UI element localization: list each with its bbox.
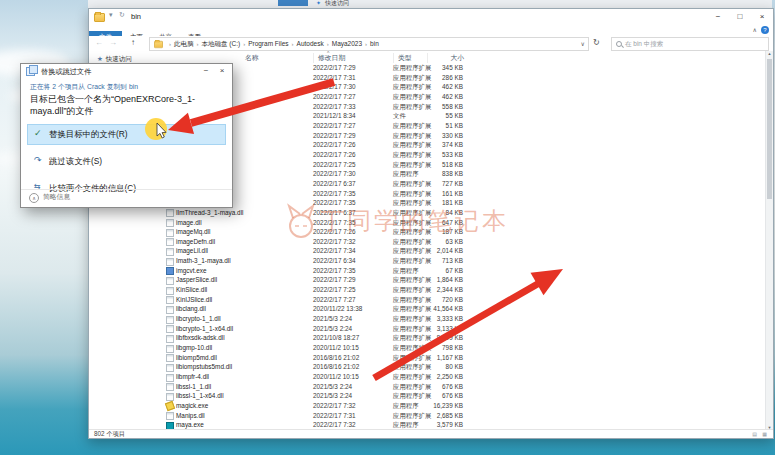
file-row[interactable]: KinIJSlice.dll2022/2/17 7:27应用程序扩展720 KB: [161, 295, 766, 305]
file-row[interactable]: libmpfr-4.dll2020/11/2 10:15应用程序扩展2,250 …: [161, 372, 766, 382]
file-row[interactable]: libclang.dll2020/11/22 13:38应用程序扩展41,564…: [161, 304, 766, 314]
file-date: 2022/2/17 7:35: [313, 199, 356, 206]
breadcrumb-item[interactable]: ›Autodesk: [289, 40, 324, 47]
file-row[interactable]: 2022/2/17 7:31应用程序扩展286 KB: [161, 73, 766, 83]
file-row[interactable]: libiompstubs5md.dll2016/8/16 21:02应用程序扩展…: [161, 362, 766, 372]
file-date: 2021/5/3 2:24: [313, 315, 352, 322]
file-name: libcrypto-1_1.dll: [176, 315, 221, 322]
column-header-name[interactable]: 名称: [245, 53, 259, 63]
file-row[interactable]: 2022/2/17 6:37应用程序扩展727 KB: [161, 179, 766, 189]
file-row[interactable]: libcrypto-1_1-x64.dll2021/5/3 2:24应用程序扩展…: [161, 324, 766, 334]
help-icon[interactable]: ?: [761, 26, 769, 34]
file-size: 330 KB: [405, 132, 463, 139]
file-row[interactable]: magick.exe2022/2/17 7:32应用程序16,239 KB: [161, 401, 766, 411]
column-header-type[interactable]: 类型: [393, 53, 412, 63]
file-row[interactable]: 2022/2/17 7:27应用程序扩展51 KB: [161, 121, 766, 131]
column-header-date[interactable]: 修改日期: [313, 53, 345, 63]
address-dropdown-icon[interactable]: ∨: [581, 40, 585, 47]
file-size: 713 KB: [405, 257, 463, 264]
file-size: 67 KB: [405, 267, 463, 274]
breadcrumb-box[interactable]: ›此电脑›本地磁盘 (C:)›Program Files›Autodesk›Ma…: [149, 37, 589, 51]
file-size: 558 KB: [405, 103, 463, 110]
breadcrumb-item[interactable]: ›Program Files: [240, 40, 288, 47]
file-name: Manips.dll: [176, 412, 205, 419]
thumbnail-view-icon[interactable]: ▦: [762, 431, 767, 437]
file-row[interactable]: Imath-3_1-maya.dll2022/2/17 6:34应用程序扩展71…: [161, 256, 766, 266]
back-button[interactable]: ←: [95, 38, 103, 47]
file-row[interactable]: libfbxsdk-adsk.dll2021/10/8 18:27应用程序扩展9…: [161, 333, 766, 343]
file-row[interactable]: 2022/2/17 7:35应用程序扩展181 KB: [161, 198, 766, 208]
file-date: 2020/11/22 13:38: [313, 305, 362, 312]
dialog-option[interactable]: ✓替换目标中的文件(R): [27, 124, 226, 145]
file-row[interactable]: 2022/2/17 7:30应用程序扩展462 KB: [161, 82, 766, 92]
dialog-minimize-button[interactable]: −: [198, 65, 214, 77]
up-button[interactable]: ↑: [131, 38, 135, 47]
file-date: 2016/8/16 21:02: [313, 354, 359, 361]
window-title: bin: [131, 12, 141, 21]
refresh-icon[interactable]: ↻: [593, 38, 600, 47]
file-row[interactable]: imageLil.dll2022/2/17 7:34应用程序扩展2,014 KB: [161, 246, 766, 256]
file-row[interactable]: 2022/2/17 7:29应用程序扩展345 KB: [161, 63, 766, 73]
details-view-icon[interactable]: ▤: [752, 431, 757, 437]
file-row[interactable]: libiomp5md.dll2016/8/16 21:02应用程序扩展1,167…: [161, 353, 766, 363]
file-date: 2021/5/3 2:24: [313, 325, 352, 332]
breadcrumb-item[interactable]: ›Maya2023: [324, 40, 362, 47]
file-date: 2022/2/17 7:31: [313, 74, 356, 81]
breadcrumb-item[interactable]: ›bin: [362, 40, 379, 47]
breadcrumb-separator: ›: [243, 41, 245, 47]
file-row[interactable]: libssl-1_1-x64.dll2021/5/3 2:24应用程序扩展676…: [161, 391, 766, 401]
file-row[interactable]: imageMq.dll2022/2/17 7:26应用程序扩展187 KB: [161, 227, 766, 237]
item-count: 802 个项目: [94, 430, 125, 439]
details-toggle[interactable]: ∧简略信息: [29, 192, 70, 203]
file-row[interactable]: 2022/2/17 7:26应用程序扩展533 KB: [161, 150, 766, 160]
file-row[interactable]: 2022/2/17 7:25应用程序扩展518 KB: [161, 160, 766, 170]
scroll-up-icon[interactable]: ▲: [766, 51, 773, 56]
file-name: libmpfr-4.dll: [176, 373, 209, 380]
quick-access-toolbar-icon[interactable]: ▾: [109, 11, 113, 19]
breadcrumb-item[interactable]: ›本地磁盘 (C:): [194, 40, 241, 47]
file-row[interactable]: libcrypto-1_1.dll2021/5/3 2:24应用程序扩展3,33…: [161, 314, 766, 324]
forward-button[interactable]: →: [109, 38, 117, 47]
file-row[interactable]: imgcvt.exe2022/2/17 7:35应用程序67 KB: [161, 266, 766, 276]
scrollbar-thumb[interactable]: [767, 59, 772, 199]
file-row[interactable]: 2022/2/17 7:26应用程序扩展374 KB: [161, 140, 766, 150]
file-row[interactable]: Manips.dll2022/2/17 7:31应用程序扩展2,685 KB: [161, 411, 766, 421]
file-type: 文件: [393, 112, 406, 121]
file-name: libcrypto-1_1-x64.dll: [176, 325, 233, 332]
file-row[interactable]: 2022/2/17 7:35应用程序扩展161 KB: [161, 189, 766, 199]
breadcrumb-separator: ›: [292, 41, 294, 47]
dialog-option[interactable]: ↷跳过该文件(S): [27, 151, 226, 172]
vertical-scrollbar[interactable]: ▲ ▼: [765, 51, 773, 430]
file-row[interactable]: image.dll2022/2/17 7:35应用程序扩展647 KB: [161, 218, 766, 228]
file-row[interactable]: imageDefn.dll2022/2/17 7:32应用程序扩展63 KB: [161, 237, 766, 247]
breadcrumb-separator: ›: [169, 41, 171, 47]
file-row[interactable]: 2022/2/17 7:27应用程序扩展462 KB: [161, 92, 766, 102]
file-row[interactable]: KinSlice.dll2022/2/17 7:25应用程序扩展2,344 KB: [161, 285, 766, 295]
quick-access-toolbar-icon[interactable]: ↻: [119, 11, 125, 19]
file-row[interactable]: libgmp-10.dll2020/11/2 10:15应用程序扩展798 KB: [161, 343, 766, 353]
ribbon-collapse-icon[interactable]: ∧: [753, 26, 757, 33]
search-input[interactable]: 在 bin 中搜索: [611, 37, 769, 51]
file-row[interactable]: JasperSlice.dll2022/2/17 7:29应用程序扩展1,864…: [161, 275, 766, 285]
column-header-size[interactable]: 大小: [427, 53, 464, 63]
file-row[interactable]: IlmThread-3_1-maya.dll2022/2/17 6:37应用程序…: [161, 208, 766, 218]
file-date: 2021/5/3 2:24: [313, 383, 352, 390]
file-size: 51 KB: [405, 122, 463, 129]
dialog-option-label: 跳过该文件(S): [49, 156, 102, 166]
file-row[interactable]: libssl-1_1.dll2021/5/3 2:24应用程序扩展676 KB: [161, 382, 766, 392]
file-list: 2022/2/17 7:29应用程序扩展345 KB2022/2/17 7:31…: [161, 63, 766, 430]
file-row[interactable]: 2022/2/17 7:30应用程序838 KB: [161, 169, 766, 179]
file-date: 2022/2/17 7:29: [313, 132, 356, 139]
dialog-close-button[interactable]: ×: [214, 65, 230, 77]
minimize-button[interactable]: −: [707, 9, 729, 24]
breadcrumb-item[interactable]: ›此电脑: [166, 40, 194, 47]
file-row[interactable]: 2021/12/1 8:34文件55 KB: [161, 111, 766, 121]
file-size: 676 KB: [405, 392, 463, 399]
file-row[interactable]: 2022/2/17 7:29应用程序扩展330 KB: [161, 131, 766, 141]
file-type-icon: [166, 335, 174, 343]
file-date: 2022/2/17 7:25: [313, 286, 356, 293]
file-size: 3,133 KB: [405, 325, 463, 332]
maximize-button[interactable]: □: [729, 9, 751, 24]
file-row[interactable]: 2022/2/17 7:33应用程序扩展558 KB: [161, 102, 766, 112]
close-button[interactable]: ×: [751, 9, 773, 24]
